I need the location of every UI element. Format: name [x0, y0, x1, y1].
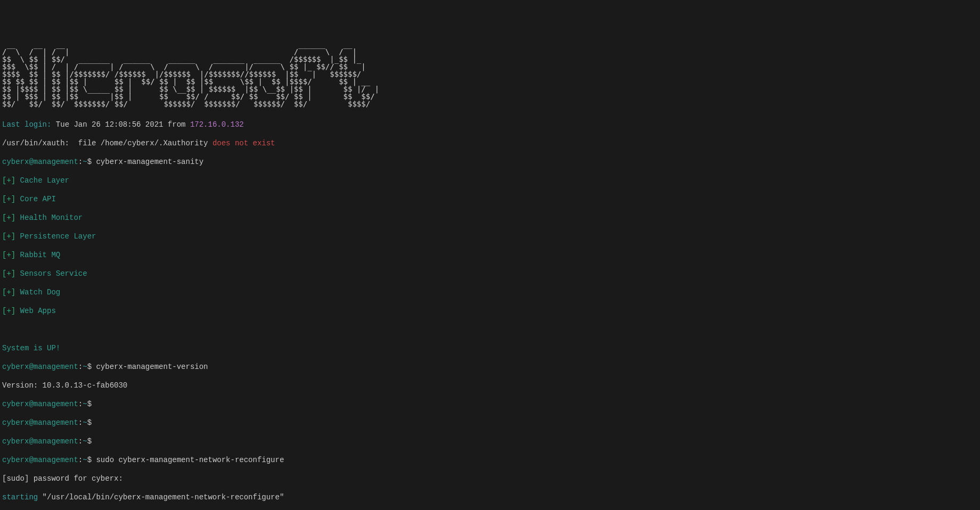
- service-mark: [+]: [2, 213, 20, 222]
- prompt-sep: :: [78, 456, 83, 464]
- prompt-dollar: $: [87, 363, 96, 371]
- prompt-dollar: $: [87, 158, 96, 166]
- service-mark: [+]: [2, 176, 20, 185]
- prompt-userhost: cyberx@management: [2, 363, 78, 371]
- starting-line: starting "/usr/local/bin/cyberx-manageme…: [2, 493, 978, 503]
- blank-line: [2, 325, 978, 335]
- service-name: Health Monitor: [20, 213, 83, 222]
- service-mark: [+]: [2, 251, 20, 259]
- prompt-path: ~: [83, 437, 87, 446]
- prompt-sep: :: [78, 418, 83, 427]
- command-version: cyberx-management-version: [96, 363, 208, 371]
- prompt-userhost: cyberx@management: [2, 456, 78, 464]
- prompt-userhost: cyberx@management: [2, 400, 78, 408]
- xauth-error: does not exist: [213, 139, 275, 147]
- xauth-line: /usr/bin/xauth: file /home/cyberx/.Xauth…: [2, 139, 978, 149]
- service-name: Rabbit MQ: [20, 251, 61, 259]
- command-sanity: cyberx-management-sanity: [96, 158, 203, 166]
- last-login-ip: 172.16.0.132: [190, 120, 244, 129]
- microsoft-ascii-logo: __ __ __ ______ __ / \ / | / | / \ / | $…: [2, 40, 978, 108]
- prompt-userhost: cyberx@management: [2, 418, 78, 427]
- sudo-password-prompt[interactable]: [sudo] password for cyberx:: [2, 474, 978, 484]
- last-login-line: Last login: Tue Jan 26 12:08:56 2021 fro…: [2, 120, 978, 130]
- prompt-dollar: $: [87, 437, 96, 446]
- prompt-userhost: cyberx@management: [2, 437, 78, 446]
- prompt-line-3[interactable]: cyberx@management:~$ sudo cyberx-managem…: [2, 456, 978, 465]
- service-name: Watch Dog: [20, 288, 61, 297]
- last-login-timestamp: Tue Jan 26 12:08:56 2021 from: [51, 120, 190, 129]
- prompt-line-empty[interactable]: cyberx@management:~$: [2, 437, 978, 447]
- prompt-path: ~: [83, 363, 87, 371]
- prompt-path: ~: [83, 400, 87, 408]
- prompt-userhost: cyberx@management: [2, 158, 78, 166]
- service-line: [+] Core API: [2, 195, 978, 204]
- prompt-sep: :: [78, 158, 83, 166]
- prompt-dollar: $: [87, 400, 96, 408]
- service-name: Sensors Service: [20, 269, 87, 278]
- version-output: Version: 10.3.0.13-c-fab6030: [2, 381, 978, 391]
- prompt-dollar: $: [87, 456, 96, 464]
- service-mark: [+]: [2, 232, 20, 241]
- starting-label: starting: [2, 493, 38, 501]
- prompt-sep: :: [78, 437, 83, 446]
- prompt-path: ~: [83, 456, 87, 464]
- service-line: [+] Web Apps: [2, 307, 978, 316]
- service-line: [+] Sensors Service: [2, 269, 978, 279]
- service-mark: [+]: [2, 288, 20, 297]
- service-mark: [+]: [2, 195, 20, 203]
- prompt-sep: :: [78, 400, 83, 408]
- service-line: [+] Watch Dog: [2, 288, 978, 298]
- prompt-line-empty[interactable]: cyberx@management:~$: [2, 400, 978, 409]
- service-name: Core API: [20, 195, 56, 203]
- system-up: System is UP!: [2, 344, 978, 353]
- xauth-path: /usr/bin/xauth: file /home/cyberx/.Xauth…: [2, 139, 213, 147]
- command-reconfigure: sudo cyberx-management-network-reconfigu…: [96, 456, 284, 464]
- starting-path: "/usr/local/bin/cyberx-management-networ…: [38, 493, 284, 501]
- service-line: [+] Cache Layer: [2, 176, 978, 186]
- service-mark: [+]: [2, 307, 20, 315]
- service-line: [+] Rabbit MQ: [2, 251, 978, 260]
- service-name: Cache Layer: [20, 176, 69, 185]
- prompt-path: ~: [83, 418, 87, 427]
- service-name: Web Apps: [20, 307, 56, 315]
- service-line: [+] Persistence Layer: [2, 232, 978, 242]
- service-name: Persistence Layer: [20, 232, 96, 241]
- prompt-dollar: $: [87, 418, 96, 427]
- service-mark: [+]: [2, 269, 20, 278]
- prompt-line-1[interactable]: cyberx@management:~$ cyberx-management-s…: [2, 158, 978, 167]
- service-line: [+] Health Monitor: [2, 213, 978, 223]
- prompt-sep: :: [78, 363, 83, 371]
- last-login-label: Last login:: [2, 120, 51, 129]
- prompt-path: ~: [83, 158, 87, 166]
- prompt-line-empty[interactable]: cyberx@management:~$: [2, 418, 978, 428]
- prompt-line-2[interactable]: cyberx@management:~$ cyberx-management-v…: [2, 363, 978, 372]
